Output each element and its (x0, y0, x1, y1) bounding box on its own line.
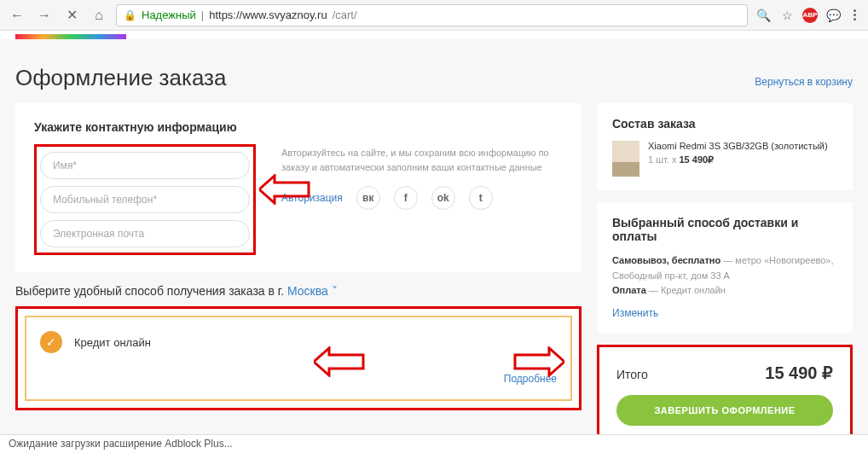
total-amount: 15 490 ₽ (765, 363, 833, 383)
total-card-highlight: Итого 15 490 ₽ ЗАВЕРШИТЬ ОФОРМЛЕНИЕ (597, 345, 853, 443)
zoom-icon[interactable]: 🔍 (755, 9, 772, 22)
home-button[interactable]: ⌂ (89, 5, 109, 26)
back-to-cart-link[interactable]: Вернуться в корзину (755, 76, 853, 88)
url-separator: | (201, 9, 204, 21)
fb-icon[interactable]: f (394, 186, 418, 210)
order-summary-card: Состав заказа Xiaomi Redmi 3S 3GB/32GB (… (597, 103, 853, 190)
delivery-heading: Выберите удобный способ получения заказа… (15, 284, 582, 298)
order-title: Состав заказа (612, 117, 837, 131)
product-qty: 1 шт. х (648, 154, 680, 165)
phone-input[interactable] (40, 186, 250, 213)
url-host: https://www.svyaznoy.ru (209, 9, 327, 21)
city-selector[interactable]: Москва ˅ (287, 284, 338, 298)
bookmark-icon[interactable]: ☆ (778, 9, 796, 22)
delivery-summary-title: Выбранный способ доставки и оплаты (612, 216, 837, 243)
annotation-arrow-right (513, 346, 564, 377)
delivery-info: Самовывоз, бесплатно — метро «Новогиреев… (612, 253, 837, 299)
address-bar[interactable]: 🔒 Надежный | https://www.svyaznoy.ru/car… (116, 4, 748, 26)
product-name: Xiaomi Redmi 3S 3GB/32GB (золотистый) (648, 141, 837, 151)
menu-button[interactable] (848, 9, 861, 20)
forward-button[interactable]: → (34, 5, 55, 26)
status-bar: Ожидание загрузки расширение Adblock Plu… (0, 434, 868, 453)
contact-form-highlight (34, 144, 256, 255)
change-delivery-link[interactable]: Изменить (612, 307, 837, 319)
annotation-arrow-left-2 (314, 346, 365, 377)
product-price: 15 490₽ (680, 154, 715, 165)
page-content: Оформление заказа Вернуться в корзину Ук… (0, 39, 868, 443)
credit-option[interactable]: ✓ Кредит онлайн Подробнее (25, 316, 572, 401)
name-input[interactable] (40, 152, 250, 179)
contact-title: Укажите контактную информацию (34, 120, 563, 134)
email-input[interactable] (40, 220, 250, 247)
adblock-icon[interactable]: ABP (802, 8, 818, 23)
complete-order-button[interactable]: ЗАВЕРШИТЬ ОФОРМЛЕНИЕ (616, 395, 833, 426)
browser-toolbar: ← → ✕ ⌂ 🔒 Надежный | https://www.svyazno… (0, 0, 868, 31)
lock-icon: 🔒 (124, 9, 136, 21)
product-thumb (612, 141, 639, 177)
ok-icon[interactable]: ok (431, 186, 455, 210)
total-label: Итого (616, 368, 648, 381)
credit-card-highlight: ✓ Кредит онлайн Подробнее (15, 306, 582, 410)
back-button[interactable]: ← (7, 5, 27, 26)
delivery-summary-card: Выбранный способ доставки и оплаты Самов… (597, 202, 853, 333)
chat-icon[interactable]: 💬 (825, 9, 842, 22)
stop-button[interactable]: ✕ (61, 5, 82, 26)
order-item: Xiaomi Redmi 3S 3GB/32GB (золотистый) 1 … (612, 141, 837, 177)
tw-icon[interactable]: t (469, 186, 493, 210)
annotation-arrow-left-1 (259, 174, 310, 205)
credit-label: Кредит онлайн (74, 336, 151, 349)
check-icon: ✓ (40, 331, 62, 353)
vk-icon[interactable]: вк (356, 186, 380, 210)
url-path: /cart/ (333, 9, 357, 21)
secure-label: Надежный (142, 9, 196, 21)
page-title: Оформление заказа (15, 65, 226, 91)
auth-info-text: Авторизуйтесь на сайте, и мы сохраним вс… (281, 146, 563, 174)
